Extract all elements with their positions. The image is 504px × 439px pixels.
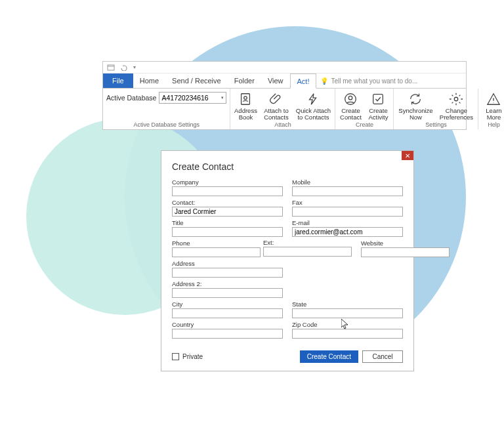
cancel-button[interactable]: Cancel	[362, 350, 403, 363]
checkbox-icon	[172, 353, 179, 360]
company-input[interactable]	[172, 186, 283, 196]
website-label: Website	[361, 240, 450, 247]
tab-folder[interactable]: Folder	[228, 73, 261, 88]
tab-file[interactable]: File	[103, 73, 133, 88]
learn-more-label: Learn More	[480, 108, 504, 121]
title-label: Title	[172, 219, 283, 226]
create-contact-label: Create Contact	[337, 108, 364, 121]
contact-label: Contact:	[172, 199, 283, 206]
email-input[interactable]	[292, 227, 403, 237]
tab-send-receive[interactable]: Send / Receive	[165, 73, 228, 88]
group-active-db: Active Database Settings	[105, 121, 228, 129]
phone-input[interactable]	[172, 247, 261, 257]
address2-label: Address 2:	[172, 280, 283, 287]
gear-icon	[449, 92, 463, 106]
sync-icon	[408, 92, 423, 106]
address-input[interactable]	[172, 268, 283, 278]
ext-label: Ext:	[263, 239, 352, 246]
group-help: Help	[480, 121, 504, 129]
country-input[interactable]	[172, 329, 283, 339]
dialog-footer: Private Create Contact Cancel	[161, 345, 413, 371]
private-label: Private	[182, 353, 203, 360]
svg-point-4	[349, 96, 353, 100]
change-prefs-label: Change Preferences	[436, 108, 476, 121]
quick-attach-label: Quick Attach to Contacts	[293, 108, 333, 121]
private-checkbox[interactable]: Private	[172, 353, 203, 360]
svg-point-6	[455, 97, 459, 101]
tab-view[interactable]: View	[261, 73, 290, 88]
address-book-label: Address Book	[232, 108, 259, 121]
lightning-icon	[306, 92, 320, 106]
create-activity-button[interactable]: Create Activity	[365, 90, 391, 121]
lightbulb-icon: 💡	[320, 77, 328, 85]
title-input[interactable]	[172, 227, 283, 237]
company-label: Company	[172, 178, 283, 186]
tab-act[interactable]: Act!	[290, 73, 317, 89]
email-label: E-mail	[292, 219, 403, 226]
undo-icon[interactable]	[120, 64, 128, 71]
fax-label: Fax	[292, 199, 403, 206]
mobile-label: Mobile	[292, 178, 403, 186]
tell-me-text: Tell me what you want to do...	[331, 77, 417, 85]
state-label: State	[292, 301, 403, 308]
synchronize-now-button[interactable]: Synchronize Now	[396, 90, 435, 121]
checkbox-icon	[371, 92, 385, 106]
active-database-value: A41720234616	[161, 94, 208, 102]
mouse-cursor	[341, 319, 349, 331]
city-input[interactable]	[172, 308, 283, 318]
city-label: City	[172, 301, 283, 308]
group-settings: Settings	[396, 121, 476, 129]
address-label: Address	[172, 260, 283, 267]
dialog-title: Create Contact	[161, 151, 413, 178]
active-database-select[interactable]: A41720234616 ▾	[159, 92, 226, 104]
create-contact-button[interactable]: Create Contact	[300, 350, 358, 363]
close-icon: ✕	[405, 152, 410, 159]
paperclip-icon	[269, 92, 284, 106]
dialog-body: Company Mobile Contact: Fax Title	[161, 178, 413, 345]
attach-contacts-label: Attach to Contacts	[260, 108, 292, 121]
svg-rect-0	[108, 65, 114, 70]
learn-more-button[interactable]: Learn More	[480, 90, 504, 121]
close-button[interactable]: ✕	[402, 151, 413, 160]
attach-to-contacts-button[interactable]: Attach to Contacts	[260, 90, 292, 121]
qat-customize-icon[interactable]: ▾	[133, 64, 136, 70]
address2-input[interactable]	[172, 288, 283, 298]
create-contact-dialog: ✕ Create Contact Company Mobile Contact:…	[161, 150, 414, 371]
address-book-icon	[238, 92, 253, 106]
quick-access-toolbar: ▾	[103, 62, 466, 73]
mobile-input[interactable]	[292, 186, 403, 196]
state-input[interactable]	[292, 308, 403, 318]
group-create: Create	[337, 121, 391, 129]
fax-input[interactable]	[292, 207, 403, 217]
sync-now-label: Synchronize Now	[396, 108, 435, 121]
contact-input[interactable]	[172, 207, 283, 217]
address-book-button[interactable]: Address Book	[232, 90, 259, 121]
quick-attach-button[interactable]: Quick Attach to Contacts	[293, 90, 333, 121]
website-input[interactable]	[361, 247, 450, 257]
ribbon: ▾ File Home Send / Receive Folder View A…	[102, 61, 467, 130]
ext-input[interactable]	[263, 247, 352, 257]
chevron-down-icon: ▾	[221, 95, 224, 100]
country-label: Country	[172, 321, 283, 328]
create-contact-ribbon-button[interactable]: Create Contact	[337, 90, 364, 121]
change-preferences-button[interactable]: Change Preferences	[436, 90, 476, 121]
tab-home[interactable]: Home	[133, 73, 165, 88]
person-circle-icon	[343, 92, 358, 106]
qat-icon-1[interactable]	[107, 64, 115, 71]
warning-icon	[486, 92, 501, 106]
svg-point-2	[244, 96, 247, 100]
active-database-label: Active Database	[106, 94, 156, 102]
tell-me-search[interactable]: 💡 Tell me what you want to do...	[316, 73, 421, 88]
ribbon-tabs: File Home Send / Receive Folder View Act…	[103, 73, 466, 88]
svg-rect-5	[373, 94, 383, 104]
ribbon-body: Active Database A41720234616 ▾ Active Da…	[103, 88, 466, 129]
group-attach: Attach	[232, 121, 333, 129]
create-activity-label: Create Activity	[365, 108, 391, 121]
